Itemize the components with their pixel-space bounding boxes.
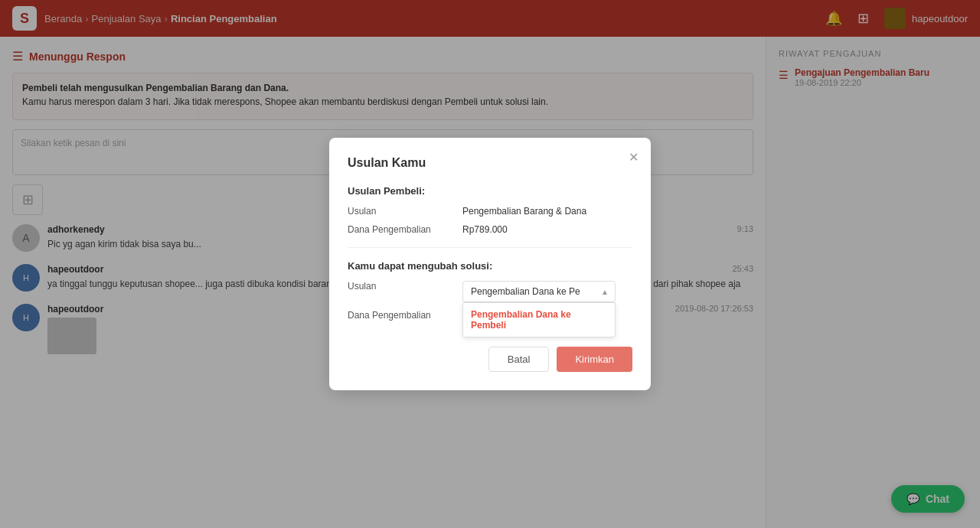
- dropdown-option-1[interactable]: Pengembalian Dana ke Pembeli: [463, 303, 615, 337]
- section-ubah-label: Kamu dapat mengubah solusi:: [348, 260, 632, 272]
- dropdown-list: Pengembalian Dana ke Pembeli: [462, 302, 616, 337]
- field-row-usulan: Usulan Pengembalian Barang & Dana: [348, 206, 632, 217]
- modal: Usulan Kamu ✕ Usulan Pembeli: Usulan Pen…: [329, 138, 651, 390]
- modal-title: Usulan Kamu: [348, 156, 632, 170]
- field-row-usulan2: Usulan Pengembalian Dana ke Pe Pengembal…: [348, 281, 632, 302]
- kirimkan-button[interactable]: Kirimkan: [557, 347, 632, 372]
- field-row-dana: Dana Pengembalian Rp789.000: [348, 224, 632, 235]
- usulan2-label: Usulan: [348, 281, 462, 302]
- dana-value: Rp789.000: [462, 224, 508, 235]
- modal-actions: Batal Kirimkan: [348, 347, 632, 372]
- dana2-label: Dana Pengembalian: [348, 310, 462, 331]
- usulan-label: Usulan: [348, 206, 462, 217]
- usulan-select[interactable]: Pengembalian Dana ke Pe: [462, 281, 616, 302]
- usulan-select-wrapper: Pengembalian Dana ke Pe Pengembalian Dan…: [462, 281, 616, 302]
- divider: [348, 247, 632, 248]
- section-pembeli-label: Usulan Pembeli:: [348, 185, 632, 197]
- batal-button[interactable]: Batal: [488, 347, 550, 372]
- modal-overlay[interactable]: Usulan Kamu ✕ Usulan Pembeli: Usulan Pen…: [0, 0, 980, 528]
- modal-close-button[interactable]: ✕: [629, 150, 639, 165]
- usulan-value: Pengembalian Barang & Dana: [462, 206, 586, 217]
- dana-label: Dana Pengembalian: [348, 224, 462, 235]
